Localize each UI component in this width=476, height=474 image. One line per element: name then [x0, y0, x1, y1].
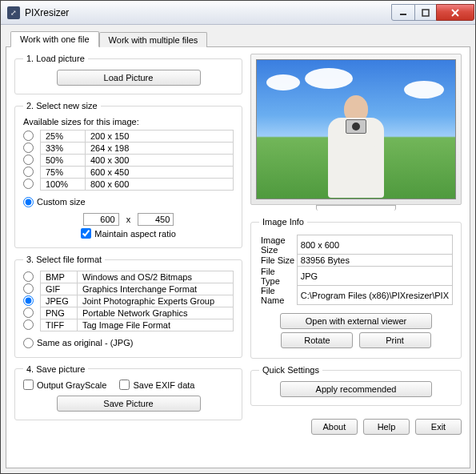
open-external-button[interactable]: Open with external viewer [280, 313, 432, 329]
right-column: Image Info Image Size800 x 600 File Size… [250, 54, 462, 461]
fmt-ext: PNG [41, 307, 78, 319]
legend-quicksettings: Quick Settings [259, 365, 322, 375]
size-radio-75[interactable] [23, 167, 34, 177]
bottom-buttons: About Help Exit [250, 419, 462, 435]
size-dim: 400 x 300 [86, 155, 234, 167]
size-pct: 50% [41, 155, 86, 167]
custom-width-input[interactable] [83, 213, 119, 226]
svg-rect-1 [422, 10, 429, 16]
size-dim: 264 x 198 [86, 143, 234, 155]
preview-panel [250, 54, 462, 205]
fmt-radio-gif[interactable] [23, 283, 34, 294]
fmt-ext: TIFF [41, 319, 78, 331]
window-title: PIXresizer [25, 7, 69, 18]
fmt-desc: Windows and OS/2 Bitmaps [78, 271, 234, 283]
maintain-aspect-option[interactable]: Maintain aspect ratio [81, 229, 176, 239]
fmt-desc: Joint Photographic Experts Group [78, 295, 234, 307]
size-pct: 75% [41, 167, 86, 179]
fmt-radio-same[interactable] [23, 338, 34, 348]
load-picture-button[interactable]: Load Picture [57, 70, 201, 86]
x-separator: x [126, 215, 131, 224]
window-controls [392, 4, 474, 21]
camera-icon [346, 119, 366, 134]
size-table: 25%200 x 150 33%264 x 198 50%400 x 300 7… [23, 130, 234, 191]
close-button[interactable] [436, 4, 474, 21]
same-as-original-option[interactable]: Same as original - (JPG) [23, 338, 133, 347]
rotate-button[interactable]: Rotate [281, 332, 353, 348]
fmt-ext: JPEG [41, 295, 78, 307]
tab-multiple-files[interactable]: Work with multiple files [99, 32, 208, 47]
fmt-radio-png[interactable] [23, 307, 34, 318]
group-load-picture: 1. Load picture Load Picture [14, 54, 242, 94]
info-filename-label: File Name [259, 286, 297, 305]
size-radio-custom[interactable] [23, 197, 34, 207]
custom-height-input[interactable] [138, 213, 174, 226]
format-table: BMPWindows and OS/2 Bitmaps GIFGraphics … [23, 271, 234, 331]
minimize-button[interactable] [391, 4, 415, 21]
size-radio-25[interactable] [23, 131, 34, 141]
info-filesize-label: File Size [259, 255, 297, 267]
exit-button[interactable]: Exit [415, 419, 462, 435]
group-image-info: Image Info Image Size800 x 600 File Size… [250, 217, 462, 359]
app-window: ⤢ PIXresizer Work with one file Work wit… [0, 0, 476, 474]
print-button[interactable]: Print [359, 332, 431, 348]
app-icon: ⤢ [7, 6, 20, 19]
size-radio-100[interactable] [23, 179, 34, 189]
size-pct: 100% [41, 179, 86, 191]
custom-size-inputs: x [23, 213, 234, 226]
custom-size-option[interactable]: Custom size [23, 197, 86, 207]
size-row: 25%200 x 150 [23, 131, 234, 143]
grayscale-option[interactable]: Output GrayScale [23, 380, 106, 392]
group-file-format: 3. Select file format BMPWindows and OS/… [14, 255, 242, 358]
fmt-row: BMPWindows and OS/2 Bitmaps [23, 271, 234, 283]
info-imagesize-label: Image Size [259, 235, 297, 255]
preview-image [256, 59, 456, 199]
fmt-radio-bmp[interactable] [23, 271, 34, 282]
grayscale-checkbox[interactable] [23, 380, 34, 390]
size-row: 33%264 x 198 [23, 143, 234, 155]
group-quick-settings: Quick Settings Apply recommended [250, 365, 462, 406]
tab-page: 1. Load picture Load Picture 2. Select n… [6, 47, 470, 468]
client-area: Work with one file Work with multiple fi… [1, 25, 475, 473]
fmt-radio-tiff[interactable] [23, 319, 34, 330]
image-info-table: Image Size800 x 600 File Size83956 Bytes… [259, 235, 453, 305]
tabstrip: Work with one file Work with multiple fi… [6, 30, 470, 47]
legend-size: 2. Select new size [23, 101, 101, 110]
fmt-ext: GIF [41, 283, 78, 295]
help-button[interactable]: Help [363, 419, 410, 435]
maximize-button[interactable] [414, 4, 437, 21]
avail-sizes-label: Available sizes for this image: [23, 117, 234, 127]
size-radio-33[interactable] [23, 143, 34, 153]
exif-checkbox[interactable] [119, 380, 130, 390]
fmt-row: GIFGraphics Interchange Format [23, 283, 234, 295]
left-column: 1. Load picture Load Picture 2. Select n… [14, 54, 242, 461]
tab-one-file[interactable]: Work with one file [10, 31, 99, 47]
size-dim: 800 x 600 [86, 179, 234, 191]
size-dim: 200 x 150 [86, 131, 234, 143]
legend-format: 3. Select file format [23, 255, 105, 264]
apply-recommended-button[interactable]: Apply recommended [280, 381, 432, 397]
preview-person [324, 95, 388, 199]
size-radio-50[interactable] [23, 155, 34, 165]
info-filetype-value: JPG [297, 267, 452, 286]
exif-option[interactable]: Save EXIF data [119, 380, 194, 392]
size-row: 50%400 x 300 [23, 155, 234, 167]
titlebar[interactable]: ⤢ PIXresizer [1, 1, 475, 25]
fmt-desc: Tag Image File Format [78, 319, 234, 331]
fmt-desc: Graphics Interchange Format [78, 283, 234, 295]
size-pct: 33% [41, 143, 86, 155]
info-imagesize-value: 800 x 600 [297, 235, 452, 255]
group-select-size: 2. Select new size Available sizes for t… [14, 101, 242, 248]
size-pct: 25% [41, 131, 86, 143]
fmt-radio-jpeg[interactable] [23, 295, 34, 306]
image-action-buttons: Open with external viewer Rotate Print [259, 311, 453, 350]
fmt-row: TIFFTag Image File Format [23, 319, 234, 331]
save-picture-button[interactable]: Save Picture [57, 396, 201, 412]
same-as-original-row: Same as original - (JPG) [23, 338, 234, 349]
about-button[interactable]: About [311, 419, 358, 435]
fmt-row: PNGPortable Network Graphics [23, 307, 234, 319]
monitor-stand [316, 205, 396, 211]
maintain-aspect-checkbox[interactable] [81, 228, 91, 239]
size-row: 75%600 x 450 [23, 167, 234, 179]
group-save-picture: 4. Save picture Output GrayScale Save EX… [14, 364, 242, 421]
